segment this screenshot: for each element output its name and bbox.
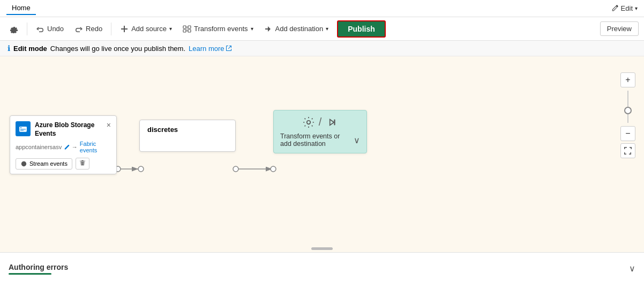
svg-rect-1 xyxy=(188,26,191,28)
stream-events-label: Stream events xyxy=(29,160,68,167)
gear-icon xyxy=(10,25,18,33)
toolbar: Undo Redo Add source ▾ Transform events … xyxy=(0,17,644,41)
transform-node-label: discretes xyxy=(147,126,178,134)
transform-events-button[interactable]: Transform events ▾ xyxy=(178,22,258,36)
info-bar: ℹ Edit mode Changes will go live once yo… xyxy=(0,41,644,56)
settings-icon xyxy=(303,116,314,128)
redo-label: Redo xyxy=(86,25,102,33)
svg-point-8 xyxy=(138,166,144,172)
divider-1 xyxy=(27,23,27,35)
azure-blob-icon xyxy=(16,121,31,136)
svg-rect-2 xyxy=(183,30,186,32)
svg-rect-0 xyxy=(183,26,186,28)
title-bar-left: Home xyxy=(6,2,36,15)
transform-caret-icon: ▾ xyxy=(251,26,253,32)
bottom-panel-chevron-icon[interactable]: ∨ xyxy=(629,263,635,274)
add-source-icon xyxy=(120,25,129,33)
publish-button[interactable]: Publish xyxy=(337,20,386,38)
svg-point-9 xyxy=(233,166,238,172)
source-title: Azure Blob Storage Events xyxy=(35,121,107,138)
zoom-in-button[interactable]: + xyxy=(620,72,635,87)
canvas-scrollbar xyxy=(311,247,333,250)
fabric-events-link[interactable]: Fabric events xyxy=(80,141,111,153)
source-node: Azure Blob Storage Events × appcontainer… xyxy=(10,115,117,174)
edit-chevron-icon: ▾ xyxy=(635,5,638,11)
undo-button[interactable]: Undo xyxy=(32,22,68,36)
destination-arrow-icon xyxy=(326,116,338,128)
destination-icons: / xyxy=(280,116,360,128)
undo-icon xyxy=(36,25,44,33)
svg-point-13 xyxy=(20,127,21,128)
stream-events-button[interactable]: Stream events xyxy=(16,158,72,170)
trash-icon xyxy=(79,160,86,166)
external-link-icon xyxy=(226,45,232,51)
zoom-controls: + − xyxy=(620,72,635,158)
destination-text: Transform events or add destination xyxy=(280,133,349,148)
source-node-header: Azure Blob Storage Events × xyxy=(16,121,111,138)
blob-storage-svg xyxy=(18,124,28,134)
add-destination-icon xyxy=(264,25,273,33)
gear-button[interactable] xyxy=(5,22,23,36)
arrow-symbol: → xyxy=(72,144,78,150)
source-node-actions: Stream events xyxy=(16,158,111,170)
add-source-button[interactable]: Add source ▾ xyxy=(116,22,176,36)
info-icon: ℹ xyxy=(8,44,10,53)
learn-more-link[interactable]: Learn more xyxy=(189,45,231,53)
transform-icon xyxy=(183,25,191,33)
undo-label: Undo xyxy=(47,25,64,33)
edit-button[interactable]: Edit ▾ xyxy=(611,4,638,12)
source-close-button[interactable]: × xyxy=(107,121,111,129)
learn-more-label: Learn more xyxy=(189,45,224,53)
separator: / xyxy=(319,116,322,128)
divider-2 xyxy=(111,23,111,35)
add-source-label: Add source xyxy=(131,25,167,33)
edit-mode-label: Edit mode xyxy=(13,45,47,53)
add-destination-label: Add destination xyxy=(275,25,324,33)
delete-source-button[interactable] xyxy=(76,158,89,170)
edit-pencil-icon[interactable] xyxy=(64,144,70,150)
add-source-caret-icon: ▾ xyxy=(169,26,172,32)
add-destination-button[interactable]: Add destination ▾ xyxy=(260,22,333,36)
redo-button[interactable]: Redo xyxy=(70,22,107,36)
source-icon-title: Azure Blob Storage Events xyxy=(16,121,107,138)
pencil-icon xyxy=(611,5,619,12)
zoom-fit-button[interactable] xyxy=(620,143,635,158)
source-subtitle: appcontainersasv → Fabric events xyxy=(16,141,111,153)
destination-chevron-icon[interactable]: ∨ xyxy=(354,135,360,145)
title-bar-right: Edit ▾ xyxy=(611,4,638,12)
title-bar: Home Edit ▾ xyxy=(0,0,644,17)
destination-node[interactable]: / Transform events or add destination ∨ xyxy=(273,110,367,153)
destination-text-row: Transform events or add destination ∨ xyxy=(280,133,360,148)
info-message: Changes will go live once you publish th… xyxy=(50,45,185,53)
destination-caret-icon: ▾ xyxy=(326,26,328,32)
fit-screen-icon xyxy=(624,146,632,155)
edit-label: Edit xyxy=(621,4,633,12)
svg-rect-15 xyxy=(334,119,335,125)
svg-point-14 xyxy=(306,120,310,124)
zoom-slider-thumb[interactable] xyxy=(624,107,632,114)
stream-icon xyxy=(20,160,27,167)
canvas: Azure Blob Storage Events × appcontainer… xyxy=(0,56,644,252)
transform-events-label: Transform events xyxy=(194,25,248,33)
svg-rect-3 xyxy=(188,30,191,32)
source-account-name: appcontainersasv xyxy=(16,144,62,150)
home-tab[interactable]: Home xyxy=(6,2,36,15)
svg-point-10 xyxy=(271,166,276,172)
preview-button[interactable]: Preview xyxy=(600,21,639,36)
authoring-errors-bar xyxy=(9,273,51,275)
authoring-errors-title: Authoring errors xyxy=(9,263,68,271)
bottom-panel: Authoring errors ∨ xyxy=(0,252,644,284)
redo-icon xyxy=(74,25,83,33)
zoom-out-button[interactable]: − xyxy=(620,126,635,141)
bottom-panel-title-group: Authoring errors xyxy=(9,263,68,275)
zoom-slider-track xyxy=(627,91,628,123)
transform-node[interactable]: discretes xyxy=(139,120,236,152)
